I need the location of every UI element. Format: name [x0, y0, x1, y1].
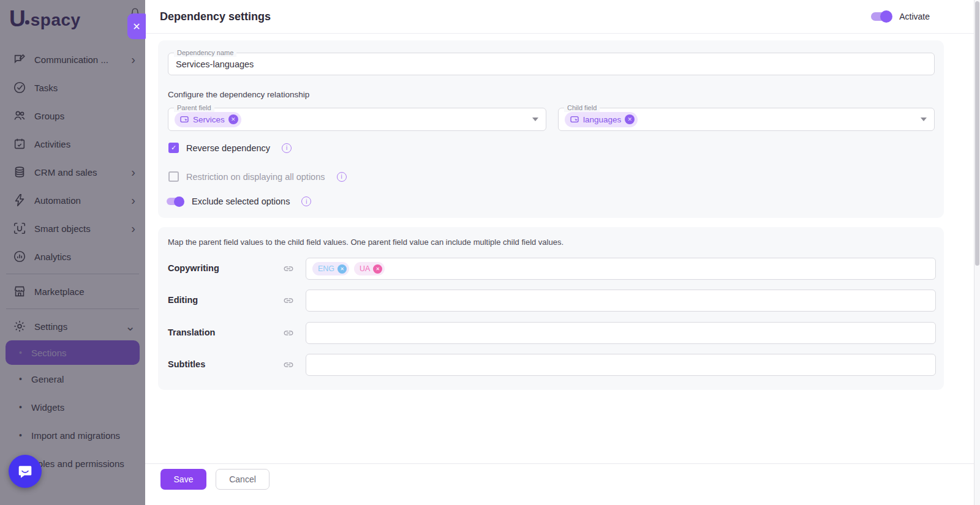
chevron-right-icon: › [131, 53, 135, 65]
cancel-button[interactable]: Cancel [216, 469, 270, 490]
parent-field-chip-label: Services [193, 115, 225, 124]
sidebar-item-smart-objects[interactable]: Smart objects › [0, 214, 145, 242]
footer-divider [145, 463, 980, 464]
check-icon: ✓ [171, 144, 176, 152]
field-type-icon [179, 114, 189, 124]
sidebar: U spacy Communication ... › Tasks Groups… [0, 0, 145, 505]
scrollbar-thumb[interactable] [975, 1, 979, 266]
calendar-icon [13, 137, 26, 151]
logo-text: spacy [31, 12, 81, 29]
chevron-down-icon[interactable] [532, 118, 538, 121]
configure-heading: Configure the dependency relationship [168, 90, 309, 99]
value-chip-label: ENG [318, 264, 334, 273]
bullet-icon: • [19, 430, 28, 440]
modal-header: Dependency settings Activate [145, 0, 980, 34]
people-icon [13, 109, 26, 122]
mapping-row-label: Translation [168, 327, 278, 337]
mapping-row-label: Subtitles [168, 359, 278, 369]
field-type-icon [570, 114, 579, 124]
chevron-down-icon[interactable] [921, 118, 927, 121]
sidebar-item-label: Communication ... [34, 54, 131, 65]
dependency-name-label: Dependency name [174, 48, 236, 57]
dependency-settings-modal: Dependency settings Activate Dependency … [145, 0, 980, 505]
uspacy-logo: U spacy [9, 9, 81, 29]
parent-field-label: Parent field [174, 103, 214, 112]
remove-chip-icon[interactable]: ✕ [337, 264, 347, 274]
save-button[interactable]: Save [160, 469, 206, 490]
smart-frame-icon [13, 222, 26, 235]
remove-chip-icon[interactable]: ✕ [228, 114, 238, 124]
mapping-values-input-translation[interactable] [306, 322, 936, 344]
sidebar-subitem-label: Import and migrations [31, 430, 120, 441]
sidebar-item-label: Activities [34, 139, 135, 149]
remove-chip-icon[interactable]: ✕ [625, 114, 635, 124]
info-icon[interactable]: i [301, 196, 311, 206]
mapping-description: Map the parent field values to the child… [168, 238, 564, 247]
sidebar-subitem-label: Widgets [31, 402, 64, 413]
sidebar-item-groups[interactable]: Groups [0, 102, 145, 130]
chevron-right-icon: › [131, 222, 135, 234]
sidebar-item-general[interactable]: • General [0, 365, 145, 393]
mapping-values-input-copywriting[interactable]: ENG ✕ UA ✕ [306, 258, 936, 280]
chat-support-button[interactable] [9, 455, 42, 488]
close-button[interactable]: ✕ [127, 13, 146, 39]
close-icon: ✕ [132, 21, 140, 32]
sidebar-item-label: CRM and sales [34, 167, 131, 178]
mapping-values-input-editing[interactable] [306, 290, 936, 312]
sidebar-item-label: Settings [34, 321, 125, 332]
sidebar-item-label: Tasks [34, 83, 135, 93]
analytics-icon [13, 250, 26, 263]
exclude-option: Exclude selected options i [167, 196, 311, 207]
remove-chip-icon[interactable]: ✕ [373, 264, 382, 274]
parent-field-select[interactable]: Parent field Services ✕ [168, 108, 546, 131]
info-icon[interactable]: i [282, 143, 292, 153]
child-field-chip: languages ✕ [565, 112, 638, 127]
reverse-dependency-option: ✓ Reverse dependency i [168, 143, 292, 153]
check-circle-icon [13, 81, 26, 94]
dependency-name-field: Dependency name [168, 53, 935, 75]
toggle-knob [174, 196, 184, 207]
gear-icon [13, 320, 26, 333]
info-icon[interactable]: i [337, 172, 347, 182]
child-field-select[interactable]: Child field languages ✕ [558, 108, 935, 131]
exclude-toggle[interactable] [167, 198, 183, 205]
sidebar-item-label: Smart objects [34, 223, 131, 234]
link-icon [283, 295, 294, 309]
restriction-checkbox[interactable] [168, 171, 179, 182]
mapping-row-label: Editing [168, 295, 278, 305]
sidebar-item-settings[interactable]: Settings ⌄ [0, 312, 145, 340]
sidebar-item-marketplace[interactable]: Marketplace [0, 277, 145, 305]
database-icon [13, 165, 26, 179]
value-chip-ua: UA ✕ [354, 262, 385, 275]
sidebar-subitem-label: General [31, 374, 64, 384]
chevron-right-icon: › [131, 194, 135, 206]
sidebar-item-sections[interactable]: • Sections [6, 340, 140, 365]
sidebar-item-crm[interactable]: CRM and sales › [0, 158, 145, 186]
reverse-dependency-checkbox[interactable]: ✓ [168, 143, 179, 153]
chat-bubble-icon [17, 463, 33, 479]
sidebar-item-import-migrations[interactable]: • Import and migrations [0, 421, 145, 449]
value-chip-eng: ENG ✕ [312, 262, 349, 275]
sidebar-item-communication[interactable]: Communication ... › [0, 45, 145, 73]
scrollbar-track[interactable] [974, 0, 980, 505]
sidebar-item-automation[interactable]: Automation › [0, 186, 145, 214]
chat-icon [13, 53, 26, 66]
activate-toggle[interactable] [871, 12, 891, 21]
sidebar-item-widgets[interactable]: • Widgets [0, 393, 145, 421]
sidebar-divider [6, 309, 139, 309]
bullet-icon: • [19, 402, 28, 412]
activate-label: Activate [899, 12, 930, 21]
logo-initial: U [9, 9, 24, 29]
dependency-name-input[interactable] [168, 53, 934, 75]
sidebar-subitem-label: Roles and permissions [31, 458, 124, 469]
value-chip-label: UA [360, 264, 370, 273]
child-field-chip-label: languages [583, 115, 621, 124]
reverse-dependency-label: Reverse dependency [186, 143, 270, 153]
sidebar-item-analytics[interactable]: Analytics [0, 242, 145, 271]
link-icon [283, 327, 294, 341]
sidebar-subitem-label: Sections [31, 348, 67, 358]
mapping-values-input-subtitles[interactable] [306, 354, 936, 376]
sidebar-item-tasks[interactable]: Tasks [0, 73, 145, 102]
sidebar-item-activities[interactable]: Activities [0, 130, 145, 158]
child-field-label: Child field [564, 103, 600, 112]
